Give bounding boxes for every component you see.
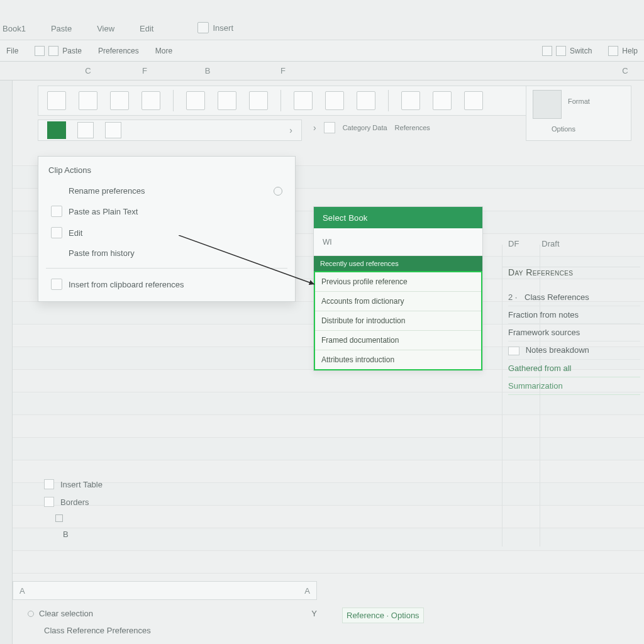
dot-icon [28, 611, 34, 617]
col-c[interactable]: C [63, 66, 113, 75]
tool-wrap[interactable] [433, 91, 452, 110]
bottom-right-group-label: Reference · Options [347, 611, 419, 620]
group-icon [324, 122, 335, 133]
cmd-file[interactable]: File [6, 47, 18, 55]
sb-item-3[interactable]: Framed documentation [315, 331, 481, 350]
sheet-area: › › Category Data References Format Opti… [0, 80, 644, 644]
rb-row-4-label: Gathered from all [508, 364, 571, 373]
tool-cut[interactable] [79, 91, 97, 110]
tab-view-label: View [97, 24, 114, 33]
status-class-ref[interactable]: Class Reference Preferences [28, 622, 317, 639]
sb-item-4[interactable]: Attributes introduction [315, 350, 481, 369]
tab-paste-label: Paste [51, 24, 72, 33]
ll-b[interactable] [44, 511, 233, 526]
cmd-paste[interactable]: Paste [35, 46, 82, 56]
tool-paste[interactable] [47, 91, 66, 110]
context-menu: Clip Actions Rename preferences Paste as… [38, 156, 296, 302]
select-book-band: Recently used references [314, 256, 482, 271]
tab-insert-label: Insert [213, 23, 233, 33]
ll-insert-table-label: Insert Table [60, 480, 103, 489]
column-headers: C F B F C [0, 62, 644, 80]
right-reference-block: DF Draft Day References Class References… [508, 239, 640, 395]
clipboard-ref-icon [51, 279, 62, 290]
right-block-title: Day References [508, 267, 640, 277]
tool-table[interactable] [77, 122, 94, 138]
tool-format-painter[interactable] [142, 91, 160, 110]
ctx-item-history[interactable]: Paste from history [48, 243, 285, 263]
folder-icon [51, 227, 62, 238]
status-rows: Clear selection Y Class Reference Prefer… [28, 605, 317, 639]
name-box[interactable]: A [19, 586, 32, 596]
cmd-switch-label: Switch [570, 47, 592, 55]
tab-edit[interactable]: Edit [140, 24, 153, 40]
sb-item-2[interactable]: Distribute for introduction [315, 311, 481, 331]
window-icon [542, 46, 552, 56]
ctx-item-paste-plain[interactable]: Paste as Plain Text [48, 201, 285, 222]
select-book-panel: Select Book WI Recently used references … [313, 206, 483, 371]
rb-row-5-label: Summarization [508, 381, 563, 391]
ll-borders[interactable]: Borders [44, 493, 233, 511]
tool-fill-color[interactable] [47, 121, 66, 139]
tool-border[interactable] [105, 122, 121, 138]
ctx-item-history-label: Paste from history [69, 248, 135, 258]
tool-align-center[interactable] [325, 91, 344, 110]
sb-item-1[interactable]: Accounts from dictionary [315, 292, 481, 311]
rb-row-0-label: Class References [525, 292, 589, 302]
tab-paste[interactable]: Paste [51, 24, 72, 40]
cmd-switch[interactable]: Switch [542, 46, 592, 56]
tool-copy[interactable] [110, 91, 129, 110]
ctx-item-edit-label: Edit [69, 228, 82, 238]
select-book-sub-label: WI [323, 238, 332, 247]
tab-view[interactable]: View [97, 24, 114, 40]
ctx-item-rename-label: Rename preferences [69, 186, 145, 196]
document-icon [51, 206, 62, 217]
tool-bold[interactable] [186, 91, 205, 110]
sb-item-1-label: Accounts from dictionary [321, 297, 404, 306]
select-book-list: Previous profile reference Accounts from… [314, 271, 482, 370]
sb-item-0[interactable]: Previous profile reference [315, 272, 481, 292]
rb-row-0[interactable]: Class References [508, 289, 640, 306]
cmd-preferences-label: Preferences [98, 47, 139, 55]
col-c2[interactable]: C [606, 66, 644, 75]
cmd-preferences[interactable]: Preferences [98, 47, 139, 55]
cmd-help[interactable]: Help [608, 46, 638, 56]
radio-icon [274, 187, 282, 196]
status-clear[interactable]: Clear selection Y [28, 605, 317, 622]
tool-currency[interactable] [464, 91, 483, 110]
tool-blank [133, 122, 149, 138]
help-icon [608, 46, 618, 56]
rb-row-3[interactable]: Notes breakdown [508, 341, 640, 360]
ctx-item-rename[interactable]: Rename preferences [48, 181, 285, 201]
col-f2[interactable]: F [239, 66, 327, 75]
ll-insert-table[interactable]: Insert Table [44, 475, 233, 493]
rb-row-1-label: Fraction from notes [508, 310, 579, 319]
lower-left-list: Insert Table Borders B [44, 475, 233, 543]
right-hd-0: DF [508, 239, 519, 248]
paste-icon-2 [48, 46, 58, 56]
format-button[interactable] [533, 90, 562, 119]
col-b[interactable]: B [176, 66, 239, 75]
rb-row-5[interactable]: Summarization [508, 377, 640, 395]
tool-align-left[interactable] [294, 91, 313, 110]
tool-underline[interactable] [249, 91, 268, 110]
bottom-right-group[interactable]: Reference · Options [342, 608, 424, 623]
rb-row-1[interactable]: Fraction from notes [508, 306, 640, 324]
ctx-item-edit[interactable]: Edit [48, 222, 285, 243]
chevron-right-icon[interactable]: › [289, 125, 292, 135]
tab-book[interactable]: Book1 [3, 24, 26, 40]
tab-book-label: Book1 [3, 24, 26, 33]
rb-row-2[interactable]: Framework sources [508, 324, 640, 341]
tool-merge[interactable] [401, 91, 420, 110]
rb-row-3-label: Notes breakdown [526, 345, 589, 355]
col-f[interactable]: F [113, 66, 176, 75]
tool-align-right[interactable] [357, 91, 375, 110]
tab-insert[interactable]: Insert [197, 22, 233, 40]
sb-item-4-label: Attributes introduction [321, 355, 394, 364]
rb-row-4[interactable]: Gathered from all [508, 360, 640, 377]
chevron-right-icon-2: › [313, 123, 316, 133]
tool-italic[interactable] [218, 91, 236, 110]
cmd-more[interactable]: More [155, 47, 172, 55]
sb-item-2-label: Distribute for introduction [321, 316, 405, 325]
formula-bar[interactable]: A A [13, 581, 317, 600]
ctx-item-insert-ref[interactable]: Insert from clipboard references [48, 274, 285, 295]
